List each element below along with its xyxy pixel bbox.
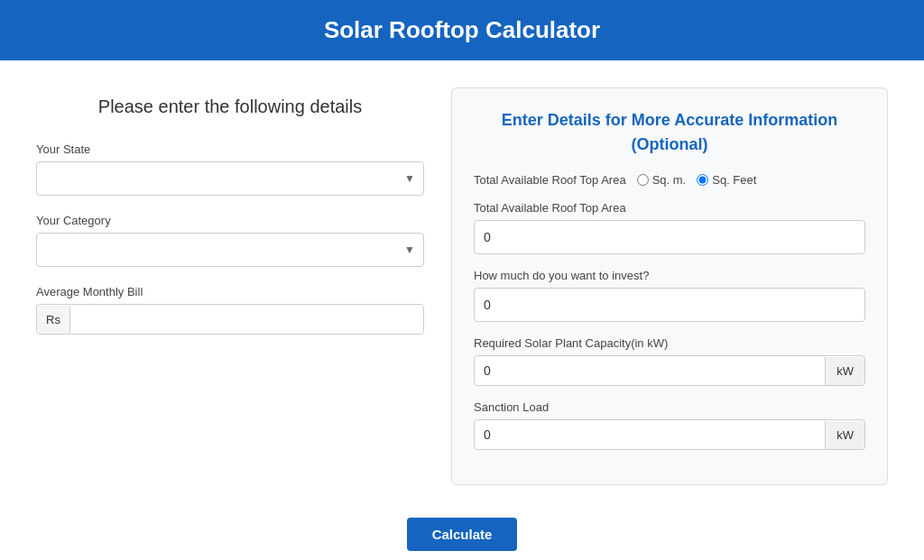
state-select[interactable] bbox=[36, 161, 424, 196]
footer: Calculate bbox=[0, 503, 924, 560]
bill-input[interactable] bbox=[70, 305, 423, 334]
left-panel-title: Please enter the following details bbox=[36, 96, 424, 117]
sqft-radio[interactable] bbox=[697, 174, 708, 186]
sqm-radio[interactable] bbox=[637, 174, 649, 186]
sanction-input[interactable] bbox=[475, 420, 825, 449]
app-header: Solar Rooftop Calculator bbox=[0, 0, 924, 60]
main-content: Please enter the following details Your … bbox=[0, 60, 924, 503]
state-group: Your State ▼ bbox=[36, 142, 424, 196]
sanction-label: Sanction Load bbox=[474, 400, 865, 414]
invest-group: How much do you want to invest? bbox=[474, 269, 865, 322]
roof-area-label: Total Available Roof Top Area bbox=[474, 201, 865, 215]
right-panel-title: Enter Details for More Accurate Informat… bbox=[474, 108, 865, 157]
roof-area-input[interactable] bbox=[474, 220, 865, 254]
solar-capacity-group: Required Solar Plant Capacity(in kW) kW bbox=[474, 336, 865, 386]
bill-group: Average Monthly Bill Rs bbox=[36, 285, 424, 335]
solar-capacity-input-row: kW bbox=[474, 355, 865, 386]
rs-badge: Rs bbox=[37, 306, 70, 334]
roof-area-group: Total Available Roof Top Area bbox=[474, 201, 865, 254]
sqft-radio-group[interactable]: Sq. Feet bbox=[697, 173, 756, 187]
roof-area-radio-row: Total Available Roof Top Area Sq. m. Sq.… bbox=[474, 173, 865, 187]
invest-label: How much do you want to invest? bbox=[474, 269, 865, 282]
sanction-kw-badge: kW bbox=[825, 421, 864, 449]
left-panel: Please enter the following details Your … bbox=[36, 87, 424, 485]
category-group: Your Category ▼ bbox=[36, 214, 424, 267]
state-select-wrapper: ▼ bbox=[36, 161, 424, 196]
calculate-button[interactable]: Calculate bbox=[407, 518, 518, 551]
solar-capacity-label: Required Solar Plant Capacity(in kW) bbox=[474, 336, 865, 350]
sqm-radio-group[interactable]: Sq. m. bbox=[637, 173, 687, 187]
bill-label: Average Monthly Bill bbox=[36, 285, 424, 298]
right-panel: Enter Details for More Accurate Informat… bbox=[451, 87, 888, 485]
state-label: Your State bbox=[36, 142, 424, 156]
solar-capacity-input[interactable] bbox=[475, 356, 825, 385]
invest-input[interactable] bbox=[474, 288, 865, 322]
category-select-wrapper: ▼ bbox=[36, 233, 424, 267]
bill-input-row: Rs bbox=[36, 304, 424, 335]
category-label: Your Category bbox=[36, 214, 424, 227]
solar-capacity-kw-badge: kW bbox=[825, 357, 864, 385]
sanction-input-row: kW bbox=[474, 419, 865, 450]
sanction-group: Sanction Load kW bbox=[474, 400, 865, 450]
roof-area-radio-label: Total Available Roof Top Area bbox=[474, 173, 626, 187]
app-title: Solar Rooftop Calculator bbox=[324, 16, 600, 43]
sqm-label: Sq. m. bbox=[652, 173, 687, 187]
sqft-label: Sq. Feet bbox=[712, 173, 756, 187]
category-select[interactable] bbox=[36, 233, 424, 267]
